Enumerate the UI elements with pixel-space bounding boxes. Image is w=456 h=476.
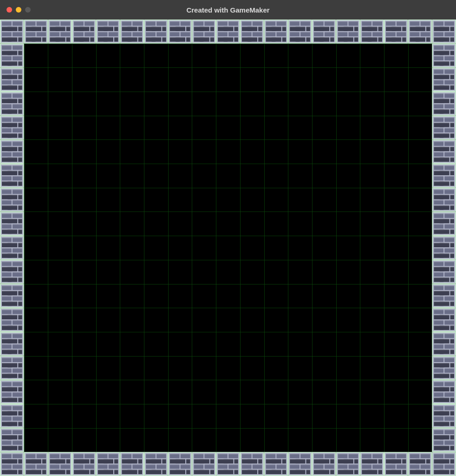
maximize-button[interactable] [25, 7, 31, 13]
minimize-button[interactable] [16, 7, 21, 13]
app-window: Created with GameMaker [0, 0, 456, 476]
close-button[interactable] [7, 7, 12, 13]
game-canvas[interactable] [0, 20, 456, 476]
window-controls [0, 7, 31, 13]
titlebar: Created with GameMaker [0, 0, 456, 20]
game-viewport[interactable] [0, 20, 456, 476]
window-title: Created with GameMaker [0, 6, 456, 14]
